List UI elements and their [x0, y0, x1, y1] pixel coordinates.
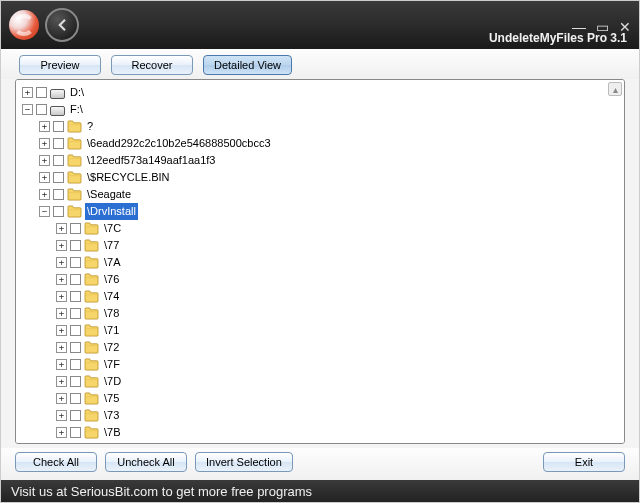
- expand-icon[interactable]: +: [56, 257, 67, 268]
- expand-icon[interactable]: +: [56, 410, 67, 421]
- file-tree[interactable]: +D:\−F:\+?+\6eadd292c2c10b2e546888500cbc…: [18, 84, 622, 444]
- expand-icon[interactable]: +: [22, 87, 33, 98]
- tree-item-label[interactable]: \7C: [102, 220, 123, 237]
- expand-icon[interactable]: +: [39, 189, 50, 200]
- tree-item-label[interactable]: \73: [102, 407, 121, 424]
- uncheck-all-button[interactable]: Uncheck All: [105, 452, 187, 472]
- checkbox[interactable]: [36, 104, 47, 115]
- folder-icon: [67, 120, 82, 133]
- tree-item-label[interactable]: \$RECYCLE.BIN: [85, 169, 172, 186]
- collapse-icon[interactable]: −: [22, 104, 33, 115]
- tree-item-label[interactable]: \77: [102, 237, 121, 254]
- expand-icon[interactable]: +: [56, 308, 67, 319]
- checkbox[interactable]: [70, 257, 81, 268]
- tree-item-label[interactable]: \7F: [102, 356, 122, 373]
- tree-row[interactable]: +\75: [56, 390, 622, 407]
- tree-row[interactable]: +\71: [56, 322, 622, 339]
- expand-icon[interactable]: +: [56, 342, 67, 353]
- tree-row[interactable]: +\7D: [56, 373, 622, 390]
- tree-row[interactable]: +\76: [56, 271, 622, 288]
- check-all-button[interactable]: Check All: [15, 452, 97, 472]
- checkbox[interactable]: [70, 342, 81, 353]
- expand-icon[interactable]: +: [56, 240, 67, 251]
- tree-item-label[interactable]: \78: [102, 305, 121, 322]
- checkbox[interactable]: [70, 376, 81, 387]
- folder-icon: [67, 188, 82, 201]
- tree-row[interactable]: +\12eedf573a149aaf1aa1f3: [39, 152, 622, 169]
- tree-row[interactable]: +\6eadd292c2c10b2e546888500cbcc3: [39, 135, 622, 152]
- status-bar: Visit us at SeriousBit.com to get more f…: [1, 480, 639, 502]
- tree-item-label[interactable]: \realtek_audio_7111_v78b4: [102, 441, 242, 444]
- tree-row[interactable]: +\73: [56, 407, 622, 424]
- checkbox[interactable]: [53, 155, 64, 166]
- tree-item-label[interactable]: \71: [102, 322, 121, 339]
- tree-row[interactable]: +\Seagate: [39, 186, 622, 203]
- scroll-up-icon[interactable]: ▴: [608, 82, 622, 96]
- tree-item-label[interactable]: \74: [102, 288, 121, 305]
- expand-icon[interactable]: +: [39, 138, 50, 149]
- tree-item-label[interactable]: \7D: [102, 373, 123, 390]
- expand-icon[interactable]: +: [39, 172, 50, 183]
- checkbox[interactable]: [53, 121, 64, 132]
- tree-row[interactable]: +\77: [56, 237, 622, 254]
- tree-row[interactable]: +\$RECYCLE.BIN: [39, 169, 622, 186]
- checkbox[interactable]: [70, 325, 81, 336]
- tree-row[interactable]: +\7F: [56, 356, 622, 373]
- expand-icon[interactable]: +: [56, 393, 67, 404]
- tree-row[interactable]: +D:\: [22, 84, 622, 101]
- tree-row[interactable]: +\78: [56, 305, 622, 322]
- checkbox[interactable]: [70, 359, 81, 370]
- checkbox[interactable]: [70, 291, 81, 302]
- tree-item-label[interactable]: \Seagate: [85, 186, 133, 203]
- preview-button[interactable]: Preview: [19, 55, 101, 75]
- checkbox[interactable]: [53, 206, 64, 217]
- tree-item-label[interactable]: \7A: [102, 254, 123, 271]
- tree-item-label[interactable]: \12eedf573a149aaf1aa1f3: [85, 152, 217, 169]
- tree-row[interactable]: +\74: [56, 288, 622, 305]
- tree-item-label[interactable]: \6eadd292c2c10b2e546888500cbcc3: [85, 135, 273, 152]
- expand-icon[interactable]: +: [39, 121, 50, 132]
- tree-item-label[interactable]: \72: [102, 339, 121, 356]
- folder-icon: [84, 324, 99, 337]
- expand-icon[interactable]: +: [56, 376, 67, 387]
- tree-item-label[interactable]: F:\: [68, 101, 85, 118]
- invert-selection-button[interactable]: Invert Selection: [195, 452, 293, 472]
- tree-item-label[interactable]: \75: [102, 390, 121, 407]
- expand-icon[interactable]: +: [56, 291, 67, 302]
- tree-item-label[interactable]: \76: [102, 271, 121, 288]
- checkbox[interactable]: [70, 223, 81, 234]
- recover-button[interactable]: Recover: [111, 55, 193, 75]
- expand-icon[interactable]: +: [56, 359, 67, 370]
- expand-icon[interactable]: +: [56, 427, 67, 438]
- checkbox[interactable]: [70, 427, 81, 438]
- tree-item-label[interactable]: \DrvInstall: [85, 203, 138, 220]
- expand-icon[interactable]: +: [56, 223, 67, 234]
- tree-item-label[interactable]: ?: [85, 118, 95, 135]
- checkbox[interactable]: [70, 274, 81, 285]
- collapse-icon[interactable]: −: [39, 206, 50, 217]
- checkbox[interactable]: [70, 393, 81, 404]
- checkbox[interactable]: [70, 308, 81, 319]
- tree-row[interactable]: +?: [39, 118, 622, 135]
- tree-row[interactable]: +\7B: [56, 424, 622, 441]
- tree-row[interactable]: −\DrvInstall: [39, 203, 622, 220]
- expand-icon[interactable]: +: [56, 325, 67, 336]
- tree-row[interactable]: +\7A: [56, 254, 622, 271]
- checkbox[interactable]: [70, 410, 81, 421]
- checkbox[interactable]: [53, 172, 64, 183]
- tree-row[interactable]: −F:\: [22, 101, 622, 118]
- exit-button[interactable]: Exit: [543, 452, 625, 472]
- tree-item-label[interactable]: D:\: [68, 84, 86, 101]
- tree-item-label[interactable]: \7B: [102, 424, 123, 441]
- tree-row[interactable]: +\7C: [56, 220, 622, 237]
- checkbox[interactable]: [70, 240, 81, 251]
- back-button[interactable]: [45, 8, 79, 42]
- expand-icon[interactable]: +: [39, 155, 50, 166]
- tree-row[interactable]: +\72: [56, 339, 622, 356]
- detailed-view-button[interactable]: Detailed View: [203, 55, 292, 75]
- checkbox[interactable]: [36, 87, 47, 98]
- checkbox[interactable]: [53, 189, 64, 200]
- expand-icon[interactable]: +: [56, 274, 67, 285]
- tree-row[interactable]: +\realtek_audio_7111_v78b4: [56, 441, 622, 444]
- checkbox[interactable]: [53, 138, 64, 149]
